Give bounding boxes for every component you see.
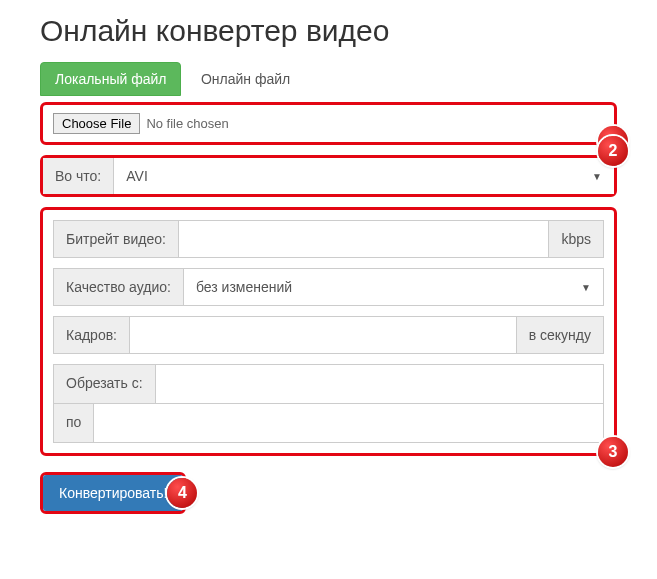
file-chooser-section: Choose File No file chosen 1 — [40, 102, 617, 145]
target-format-label: Во что: — [43, 158, 114, 194]
settings-section: Битрейт видео: kbps Качество аудио: без … — [40, 207, 617, 456]
fps-row: Кадров: в секунду — [53, 316, 604, 354]
page-title: Онлайн конвертер видео — [40, 14, 617, 48]
trim-row: Обрезать с: по — [53, 364, 604, 443]
fps-unit: в секунду — [516, 317, 603, 353]
source-tabs: Локальный файл Онлайн файл — [40, 62, 617, 96]
target-format-section: Во что: AVI ▼ 2 — [40, 155, 617, 197]
trim-to-label: по — [54, 404, 94, 442]
audio-quality-row: Качество аудио: без изменений ▼ — [53, 268, 604, 306]
chosen-file-text: No file chosen — [146, 116, 228, 131]
bitrate-row: Битрейт видео: kbps — [53, 220, 604, 258]
callout-badge-3: 3 — [598, 437, 628, 467]
convert-button[interactable]: Конвертировать! — [43, 475, 183, 511]
target-format-value: AVI — [126, 168, 148, 184]
tab-local-file[interactable]: Локальный файл — [40, 62, 181, 96]
tab-online-file[interactable]: Онлайн файл — [186, 62, 305, 96]
trim-to-input[interactable] — [106, 415, 591, 431]
trim-from-input[interactable] — [168, 376, 591, 392]
choose-file-button[interactable]: Choose File — [53, 113, 140, 134]
bitrate-input[interactable] — [191, 231, 536, 247]
chevron-down-icon: ▼ — [592, 171, 602, 182]
fps-label: Кадров: — [54, 317, 130, 353]
audio-quality-value: без изменений — [196, 279, 292, 295]
audio-quality-select[interactable]: без изменений ▼ — [184, 269, 603, 305]
audio-quality-label: Качество аудио: — [54, 269, 184, 305]
chevron-down-icon: ▼ — [581, 282, 591, 293]
target-format-select[interactable]: AVI ▼ — [114, 158, 614, 194]
callout-badge-2: 2 — [598, 136, 628, 166]
bitrate-unit: kbps — [548, 221, 603, 257]
callout-badge-4: 4 — [167, 478, 197, 508]
fps-input[interactable] — [142, 327, 504, 343]
trim-from-label: Обрезать с: — [54, 365, 156, 403]
bitrate-label: Битрейт видео: — [54, 221, 179, 257]
convert-section: Конвертировать! 4 — [40, 472, 186, 514]
